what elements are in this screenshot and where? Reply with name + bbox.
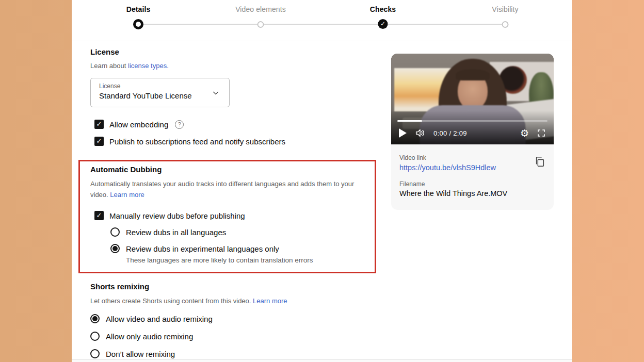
license-section-title: License bbox=[90, 47, 400, 56]
upload-stepper: Details Video elements Checks ✓ Visibili… bbox=[72, 0, 572, 41]
player-controls: 0:00 / 2:09 ⚙ bbox=[391, 124, 554, 142]
allow-embedding-label: Allow embedding bbox=[109, 120, 168, 129]
video-details-dialog: Details Video elements Checks ✓ Visibili… bbox=[72, 0, 572, 362]
video-link-label: Video link bbox=[399, 154, 545, 161]
automatic-dubbing-highlight-box: Automatic Dubbing Automatically translat… bbox=[78, 160, 376, 273]
license-types-link[interactable]: license types. bbox=[128, 62, 169, 70]
manual-review-label: Manually review dubs before publishing bbox=[109, 211, 245, 220]
tab-video-elements[interactable]: Video elements bbox=[219, 5, 302, 13]
tab-checks[interactable]: Checks ✓ bbox=[342, 5, 424, 13]
help-icon[interactable]: ? bbox=[175, 120, 184, 129]
video-preview-card: 0:00 / 2:09 ⚙ Video link https://youtu.b… bbox=[391, 54, 554, 210]
review-all-languages-label: Review dubs in all languages bbox=[126, 228, 226, 237]
shorts-learn-more-link[interactable]: Learn more bbox=[253, 297, 287, 305]
license-dropdown-value: Standard YouTube License bbox=[99, 91, 221, 100]
automatic-dubbing-title: Automatic Dubbing bbox=[90, 165, 366, 174]
step-upcoming-dot[interactable] bbox=[502, 21, 509, 28]
review-all-languages-radio-row[interactable]: Review dubs in all languages bbox=[110, 227, 366, 237]
license-help-text: Learn about license types. bbox=[90, 60, 400, 71]
checkbox-checked-icon[interactable]: ✓ bbox=[94, 211, 104, 220]
allow-video-audio-remix-label: Allow video and audio remixing bbox=[106, 315, 213, 323]
allow-video-audio-remix-radio-row[interactable]: Allow video and audio remixing bbox=[90, 314, 400, 323]
video-player[interactable]: 0:00 / 2:09 ⚙ bbox=[391, 54, 554, 144]
publish-subscriptions-label: Publish to subscriptions feed and notify… bbox=[109, 137, 285, 146]
play-icon[interactable] bbox=[399, 128, 407, 138]
step-completed-check-icon[interactable]: ✓ bbox=[378, 19, 388, 29]
step-label: Video elements bbox=[219, 5, 302, 13]
player-time-display: 0:00 / 2:09 bbox=[433, 129, 467, 137]
allow-embedding-checkbox-row[interactable]: ✓ Allow embedding ? bbox=[94, 120, 400, 129]
thumbnail-person-bangs bbox=[456, 69, 490, 80]
settings-gear-icon[interactable]: ⚙ bbox=[520, 127, 529, 139]
checkbox-checked-icon[interactable]: ✓ bbox=[94, 120, 104, 129]
video-info-panel: Video link https://youtu.be/vlshS9Hdlew … bbox=[391, 144, 554, 210]
dont-allow-remix-radio-row[interactable]: Don’t allow remixing bbox=[90, 349, 400, 358]
copy-icon[interactable] bbox=[534, 156, 545, 170]
shorts-remixing-title: Shorts remixing bbox=[90, 282, 400, 291]
radio-selected[interactable] bbox=[110, 244, 120, 253]
license-dropdown[interactable]: License Standard YouTube License bbox=[90, 78, 230, 107]
allow-audio-only-remix-label: Allow only audio remixing bbox=[106, 332, 193, 341]
dubbing-learn-more-link[interactable]: Learn more bbox=[110, 191, 144, 199]
review-experimental-radio-row[interactable]: Review dubs in experimental languages on… bbox=[110, 244, 366, 253]
player-progress-played bbox=[397, 120, 422, 122]
bottom-divider bbox=[72, 359, 572, 362]
checkbox-checked-icon[interactable]: ✓ bbox=[94, 137, 104, 146]
step-label: Details bbox=[97, 5, 180, 13]
step-upcoming-dot[interactable] bbox=[257, 21, 264, 28]
chevron-down-icon[interactable] bbox=[212, 89, 220, 99]
allow-audio-only-remix-radio-row[interactable]: Allow only audio remixing bbox=[90, 332, 400, 341]
step-current-dot[interactable] bbox=[133, 19, 143, 29]
details-form: License Learn about license types. Licen… bbox=[90, 41, 400, 358]
publish-subscriptions-checkbox-row[interactable]: ✓ Publish to subscriptions feed and noti… bbox=[94, 137, 400, 146]
shorts-remixing-description: Let others create Shorts using content f… bbox=[90, 295, 400, 306]
filename-value: Where the Wild Things Are.MOV bbox=[399, 189, 545, 198]
stepper-track bbox=[138, 24, 505, 25]
shorts-description-text: Let others create Shorts using content f… bbox=[90, 297, 253, 305]
filename-label: Filename bbox=[399, 180, 545, 188]
tab-visibility[interactable]: Visibility bbox=[464, 5, 546, 13]
license-help-prefix: Learn about bbox=[90, 62, 128, 70]
fullscreen-icon[interactable] bbox=[537, 128, 546, 138]
experimental-helper-text: These languages are more likely to conta… bbox=[126, 256, 366, 264]
radio-selected[interactable] bbox=[90, 314, 100, 323]
step-label: Visibility bbox=[464, 5, 546, 13]
dont-allow-remix-label: Don’t allow remixing bbox=[106, 350, 175, 358]
license-dropdown-label: License bbox=[99, 83, 221, 90]
automatic-dubbing-description: Automatically translates your audio trac… bbox=[90, 178, 366, 200]
player-progress-bar[interactable] bbox=[397, 120, 548, 122]
volume-icon[interactable] bbox=[414, 127, 426, 139]
manual-review-checkbox-row[interactable]: ✓ Manually review dubs before publishing bbox=[94, 211, 366, 220]
radio-unselected[interactable] bbox=[110, 227, 120, 237]
radio-unselected[interactable] bbox=[90, 332, 100, 341]
tab-details[interactable]: Details bbox=[97, 5, 180, 13]
radio-unselected[interactable] bbox=[90, 349, 100, 358]
review-experimental-label: Review dubs in experimental languages on… bbox=[126, 244, 279, 253]
video-link[interactable]: https://youtu.be/vlshS9Hdlew bbox=[399, 163, 496, 172]
step-label: Checks bbox=[342, 5, 424, 13]
